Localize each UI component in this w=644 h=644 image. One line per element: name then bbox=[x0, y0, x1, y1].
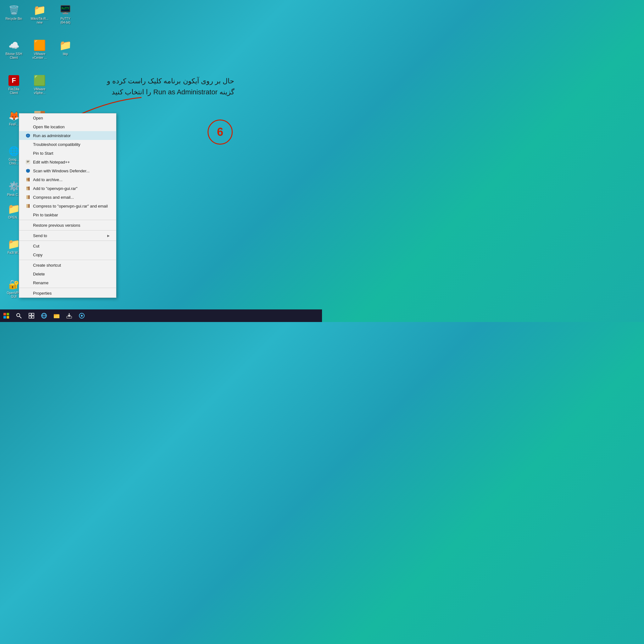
desktop: 🗑️ Recycle Bin 📁 MikroTik-R...new PuTTY … bbox=[0, 0, 322, 309]
pin-to-start-label: Pin to Start bbox=[33, 151, 53, 156]
svg-rect-17 bbox=[29, 178, 30, 181]
cut-icon bbox=[25, 243, 31, 248]
bitvise-label: Bitvise SSHClient bbox=[6, 52, 22, 60]
menu-item-restore-previous[interactable]: Restore previous versions bbox=[19, 221, 116, 230]
download-button[interactable] bbox=[63, 309, 75, 322]
fa3t-icon: 📁 bbox=[8, 238, 20, 250]
menu-item-cut[interactable]: Cut bbox=[19, 241, 116, 250]
delete-label: Delete bbox=[33, 272, 45, 276]
vmware-vcenter-label: VMwarevCenter ... bbox=[32, 52, 47, 60]
fa3t-label: Fa3t W... bbox=[8, 251, 20, 255]
context-menu: Open Open file location ! Run as adminis… bbox=[19, 113, 116, 298]
menu-item-run-as-administrator[interactable]: ! Run as administrator bbox=[19, 131, 116, 140]
vpn-button[interactable] bbox=[75, 309, 88, 322]
open-file-location-icon bbox=[25, 124, 31, 129]
menu-item-add-to-archive[interactable]: Add to archive... bbox=[19, 175, 116, 184]
menu-item-send-to[interactable]: Send to ▶ bbox=[19, 231, 116, 240]
menu-item-add-to-openvpn-rar[interactable]: Add to "openvpn-gui.rar" bbox=[19, 184, 116, 193]
vmware-vsphere-icon: 🟩 bbox=[33, 74, 46, 87]
copy-label: Copy bbox=[33, 253, 42, 257]
restore-icon bbox=[25, 223, 31, 228]
menu-item-open-file-location[interactable]: Open file location bbox=[19, 122, 116, 131]
separator-3 bbox=[19, 241, 116, 241]
menu-item-copy[interactable]: Copy bbox=[19, 250, 116, 259]
cut-label: Cut bbox=[33, 244, 39, 248]
bkp-label: bkp bbox=[63, 52, 68, 56]
desktop-icon-mikrotik[interactable]: 📁 MikroTik-R...new bbox=[28, 3, 51, 26]
menu-item-properties[interactable]: Properties bbox=[19, 289, 116, 297]
desktop-icon-bkp[interactable]: 📁 bkp bbox=[54, 38, 77, 57]
svg-rect-34 bbox=[32, 313, 34, 315]
menu-item-edit-notepad[interactable]: Edit with Notepad++ bbox=[19, 158, 116, 166]
svg-rect-29 bbox=[3, 316, 6, 319]
menu-item-compress-to-email[interactable]: Compress to "openvpn-gui.rar" and email bbox=[19, 202, 116, 210]
notepad-icon bbox=[25, 159, 31, 164]
svg-rect-25 bbox=[26, 204, 29, 208]
search-button[interactable] bbox=[13, 309, 25, 322]
menu-item-rename[interactable]: Rename bbox=[19, 278, 116, 287]
chrome-icon: 🌐 bbox=[8, 145, 20, 157]
desktop-icon-bitvise[interactable]: ☁️ Bitvise SSHClient bbox=[3, 38, 25, 61]
annotation-line2: گزینه Run as Administrator را انتخاب کنی… bbox=[107, 86, 234, 97]
send-to-arrow: ▶ bbox=[107, 234, 110, 237]
create-shortcut-label: Create shortcut bbox=[33, 263, 61, 268]
add-to-archive-label: Add to archive... bbox=[33, 177, 63, 182]
explorer-button[interactable] bbox=[50, 309, 63, 322]
svg-rect-30 bbox=[7, 316, 9, 319]
annotation-line1: حال بر روی آیکون برنامه کلیک راست کرده و bbox=[107, 75, 234, 86]
desktop-icon-recycle-bin[interactable]: 🗑️ Recycle Bin bbox=[3, 3, 25, 22]
svg-point-46 bbox=[81, 315, 83, 317]
compress-email-icon bbox=[25, 195, 31, 200]
task-view-button[interactable] bbox=[25, 309, 38, 322]
firefox-label: FireF... bbox=[9, 123, 19, 126]
filezilla-icon: F bbox=[8, 74, 20, 87]
run-as-administrator-label: Run as administrator bbox=[33, 133, 71, 138]
putty-label: PuTTY(64-bit) bbox=[60, 17, 70, 25]
send-to-label: Send to bbox=[33, 233, 47, 238]
svg-rect-35 bbox=[29, 316, 31, 318]
compress-to-email-icon bbox=[25, 203, 31, 208]
compress-email-label: Compress and email... bbox=[33, 195, 74, 200]
desktop-icon-vmware-vcenter[interactable]: 🟧 VMwarevCenter ... bbox=[28, 38, 51, 61]
copy-icon bbox=[25, 252, 31, 257]
rename-label: Rename bbox=[33, 280, 48, 285]
ie-button[interactable] bbox=[38, 309, 50, 322]
svg-point-31 bbox=[17, 314, 20, 317]
pin-taskbar-icon bbox=[25, 212, 31, 217]
bkp-icon: 📁 bbox=[59, 39, 72, 52]
menu-item-compress-email[interactable]: Compress and email... bbox=[19, 193, 116, 202]
separator-4 bbox=[19, 260, 116, 260]
menu-item-pin-to-taskbar[interactable]: Pin to taskbar bbox=[19, 210, 116, 219]
pin-to-taskbar-label: Pin to taskbar bbox=[33, 213, 58, 217]
menu-item-delete[interactable]: Delete bbox=[19, 269, 116, 278]
mikrotik-label: MikroTik-R...new bbox=[31, 17, 48, 25]
svg-rect-26 bbox=[29, 204, 30, 208]
svg-text:PuTTY: PuTTY bbox=[62, 7, 69, 10]
menu-item-open[interactable]: Open bbox=[19, 114, 116, 122]
desktop-icon-putty[interactable]: PuTTY PuTTY(64-bit) bbox=[54, 3, 77, 26]
open-file-location-label: Open file location bbox=[33, 125, 64, 129]
svg-rect-33 bbox=[29, 313, 31, 315]
mikrotik-icon: 📁 bbox=[33, 4, 46, 16]
separator-1 bbox=[19, 220, 116, 220]
svg-rect-42 bbox=[54, 314, 56, 315]
open-label: Open bbox=[33, 116, 43, 120]
svg-rect-16 bbox=[26, 178, 29, 181]
start-button[interactable] bbox=[0, 309, 13, 322]
menu-item-scan-defender[interactable]: Scan with Windows Defender... bbox=[19, 166, 116, 175]
desktop-icon-filezilla[interactable]: F FileZillaClient bbox=[3, 73, 25, 96]
svg-rect-4 bbox=[64, 12, 66, 13]
step-number-circle: 6 bbox=[208, 119, 233, 145]
compress-to-email-label: Compress to "openvpn-gui.rar" and email bbox=[33, 204, 108, 208]
desktop-icon-vmware-vsphere[interactable]: 🟩 VMwarevSphe... bbox=[28, 73, 51, 96]
add-to-openvpn-rar-label: Add to "openvpn-gui.rar" bbox=[33, 186, 77, 191]
menu-item-pin-to-start[interactable]: Pin to Start bbox=[19, 149, 116, 158]
putty-icon: PuTTY bbox=[59, 4, 72, 16]
openvpn-icon: 🔐 bbox=[8, 278, 20, 291]
separator-5 bbox=[19, 288, 116, 288]
plesk-icon: ⚙️ bbox=[8, 180, 20, 192]
vmware-vsphere-label: VMwarevSphe... bbox=[34, 87, 46, 95]
taskbar bbox=[0, 309, 322, 322]
menu-item-create-shortcut[interactable]: Create shortcut bbox=[19, 261, 116, 269]
menu-item-troubleshoot[interactable]: Troubleshoot compatibility bbox=[19, 140, 116, 149]
